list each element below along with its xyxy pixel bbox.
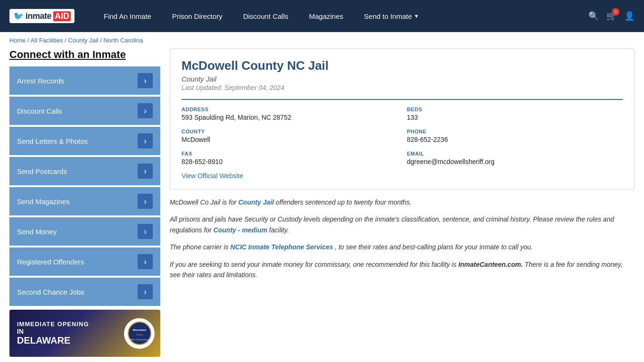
county-value: McDowell: [182, 136, 397, 143]
beds-label: BEDS: [407, 107, 623, 112]
sidebar-discount-calls-label: Discount Calls: [17, 107, 62, 115]
county-label: COUNTY: [182, 129, 397, 134]
desc3-before: The phone carrier is: [170, 243, 230, 251]
ad-logo: Mountaire Farms Where Family Gathers: [124, 318, 155, 349]
sidebar-item-send-letters[interactable]: Send Letters & Photos ›: [9, 127, 160, 155]
description-para-1: McDowell Co Jail is for County Jail offe…: [170, 197, 635, 207]
nav-prison-directory[interactable]: Prison Directory: [162, 0, 233, 32]
facility-name: McDowell County NC Jail: [182, 58, 623, 73]
sidebar-arrest-records-arrow: ›: [138, 73, 153, 88]
email-value: dgreene@mcdowellsheriff.org: [407, 158, 623, 165]
facility-divider: [182, 99, 623, 100]
advertisement-banner[interactable]: IMMEDIATE OPENING IN DELAWARE Mountaire …: [9, 310, 160, 357]
nav-send-to-inmate-label: Send to Inmate: [364, 12, 412, 20]
breadcrumb-home[interactable]: Home: [9, 37, 26, 44]
sidebar-item-send-money[interactable]: Send Money ›: [9, 217, 160, 246]
county-jail-link-1[interactable]: County Jail: [238, 198, 273, 206]
sidebar-send-magazines-label: Send Magazines: [17, 197, 70, 206]
description-para-4: If you are seeking to send your inmate m…: [170, 259, 635, 280]
sidebar-item-send-postcards[interactable]: Send Postcards ›: [9, 157, 160, 185]
facility-card: McDowell County NC Jail County Jail Last…: [170, 49, 635, 189]
sidebar-registered-offenders-arrow: ›: [138, 254, 153, 269]
svg-text:Where Family Gathers: Where Family Gathers: [130, 338, 149, 341]
logo-aid-text: AID: [53, 11, 71, 21]
description-para-2: All prisons and jails have Security or C…: [170, 214, 635, 235]
navbar: 🐦 inmate AID Find An Inmate Prison Direc…: [0, 0, 644, 32]
breadcrumb-all-facilities[interactable]: All Facilities: [31, 37, 63, 44]
phone-label: PHONE: [407, 129, 623, 134]
ad-immediate-text: IMMEDIATE OPENING: [17, 321, 89, 328]
sidebar-send-money-label: Send Money: [17, 228, 57, 236]
main-layout: Connect with an Inmate Arrest Records › …: [0, 49, 644, 362]
email-label: EMAIL: [407, 151, 623, 156]
nav-send-to-inmate[interactable]: Send to Inmate ▼: [354, 0, 429, 32]
sidebar-arrest-records-label: Arrest Records: [17, 77, 64, 85]
sidebar-item-arrest-records[interactable]: Arrest Records ›: [9, 66, 160, 95]
sidebar-title: Connect with an Inmate: [9, 49, 160, 61]
desc4-before: If you are seeking to send your inmate m…: [170, 261, 458, 268]
sidebar-send-postcards-arrow: ›: [138, 164, 153, 179]
address-label: ADDRESS: [182, 107, 397, 112]
sidebar-item-discount-calls[interactable]: Discount Calls ›: [9, 97, 160, 125]
desc3-after: , to see their rates and best-calling pl…: [335, 243, 532, 251]
sidebar-send-postcards-label: Send Postcards: [17, 167, 67, 175]
dropdown-arrow-icon: ▼: [414, 13, 419, 19]
logo-bird-icon: 🐦: [13, 11, 24, 21]
mountaire-logo-icon: Mountaire Farms Where Family Gathers: [128, 321, 151, 345]
breadcrumb-county-jail[interactable]: County Jail: [68, 37, 98, 44]
address-value: 593 Spaulding Rd, Marion, NC 28752: [182, 114, 397, 121]
logo-inmate-text: inmate: [25, 11, 51, 21]
nav-magazines[interactable]: Magazines: [299, 0, 354, 32]
facility-website-link[interactable]: View Official Website: [182, 172, 243, 180]
nav-actions: 🔍 🛒 0 👤: [588, 11, 635, 21]
user-icon: 👤: [624, 11, 635, 21]
nav-discount-calls[interactable]: Discount Calls: [233, 0, 299, 32]
breadcrumb: Home / All Facilities / County Jail / No…: [0, 32, 644, 49]
ad-in-text: IN: [17, 328, 89, 335]
breadcrumb-state[interactable]: North Carolina: [103, 37, 143, 44]
fax-block: FAX 828-652-8910: [182, 151, 397, 165]
desc1-after: offenders sentenced up to twenty four mo…: [276, 198, 412, 206]
facility-website-block: View Official Website: [182, 172, 623, 180]
desc1-before: McDowell Co Jail is for: [170, 198, 238, 206]
sidebar-second-chance-jobs-arrow: ›: [138, 284, 153, 299]
ad-text: IMMEDIATE OPENING IN DELAWARE: [17, 321, 89, 346]
phone-value: 828-652-2236: [407, 136, 623, 143]
cart-button[interactable]: 🛒 0: [606, 11, 617, 21]
sidebar-second-chance-jobs-label: Second Chance Jobs: [17, 288, 84, 296]
description-para-3: The phone carrier is NCIC Inmate Telepho…: [170, 242, 635, 252]
address-block: ADDRESS 593 Spaulding Rd, Marion, NC 287…: [182, 107, 397, 121]
sidebar-item-send-magazines[interactable]: Send Magazines ›: [9, 187, 160, 215]
user-button[interactable]: 👤: [624, 11, 635, 21]
cart-badge: 0: [612, 8, 619, 16]
desc2-after: facility.: [269, 226, 289, 234]
nav-find-inmate[interactable]: Find An Inmate: [93, 0, 162, 32]
search-icon: 🔍: [588, 11, 599, 21]
main-content: McDowell County NC Jail County Jail Last…: [170, 49, 635, 357]
svg-text:Farms: Farms: [136, 333, 143, 336]
inmate-canteen-bold: InmateCanteen.com.: [458, 261, 523, 268]
sidebar-send-letters-label: Send Letters & Photos: [17, 137, 88, 145]
phone-block: PHONE 828-652-2236: [407, 129, 623, 143]
sidebar-item-second-chance-jobs[interactable]: Second Chance Jobs ›: [9, 278, 160, 306]
facility-type: County Jail: [182, 75, 623, 83]
search-button[interactable]: 🔍: [588, 11, 599, 21]
sidebar-registered-offenders-label: Registered Offenders: [17, 258, 84, 266]
sidebar-item-registered-offenders[interactable]: Registered Offenders ›: [9, 247, 160, 276]
logo[interactable]: 🐦 inmate AID: [9, 9, 74, 23]
ad-delaware-text: DELAWARE: [17, 335, 89, 346]
svg-text:Mountaire: Mountaire: [132, 329, 146, 331]
ncic-link[interactable]: NCIC Inmate Telephone Services: [230, 243, 333, 251]
sidebar-send-letters-arrow: ›: [138, 133, 153, 148]
facility-last-updated: Last Updated: September 04, 2024: [182, 84, 623, 91]
facility-details: ADDRESS 593 Spaulding Rd, Marion, NC 287…: [182, 107, 623, 165]
beds-value: 133: [407, 114, 623, 121]
email-block: EMAIL dgreene@mcdowellsheriff.org: [407, 151, 623, 165]
nav-links: Find An Inmate Prison Directory Discount…: [93, 0, 588, 32]
sidebar-discount-calls-arrow: ›: [138, 103, 153, 118]
sidebar-send-money-arrow: ›: [138, 224, 153, 239]
description-section: McDowell Co Jail is for County Jail offe…: [170, 197, 635, 280]
county-medium-link[interactable]: County - medium: [214, 226, 267, 234]
fax-value: 828-652-8910: [182, 158, 397, 165]
fax-label: FAX: [182, 151, 397, 156]
